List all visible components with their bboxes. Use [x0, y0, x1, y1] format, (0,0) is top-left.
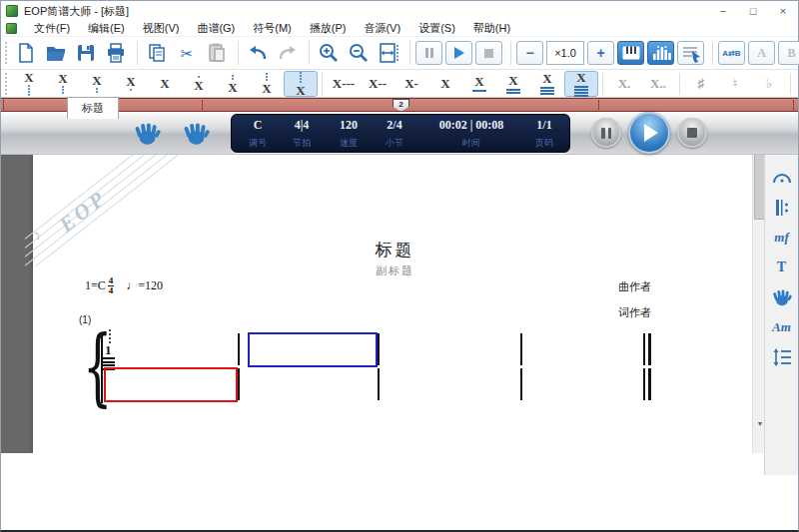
whole-note-button[interactable]: X--- — [327, 71, 361, 97]
progress-divider — [3, 100, 4, 110]
tempo-field: 120速度 — [326, 118, 372, 150]
selection-box-red[interactable] — [104, 367, 238, 402]
dynamics-button[interactable]: mf — [768, 224, 796, 251]
octave-up-4-button[interactable]: X — [284, 71, 318, 97]
octave-down-4-button[interactable]: X — [12, 71, 46, 97]
ab-switch-button[interactable]: A⇄B — [718, 41, 745, 65]
hand-tool-button[interactable] — [768, 283, 796, 310]
speed-plus-button[interactable]: + — [587, 41, 614, 65]
undo-button[interactable] — [244, 39, 272, 67]
thirty-second-note-button[interactable]: X — [530, 71, 564, 97]
copy-button[interactable] — [143, 39, 171, 67]
final-barline — [643, 368, 645, 400]
maximize-icon[interactable]: □ — [738, 1, 768, 21]
progress-marker[interactable]: 2 — [393, 99, 409, 112]
stop-button[interactable] — [475, 41, 502, 65]
note-middle-button[interactable]: X — [148, 71, 182, 97]
menu-score[interactable]: 曲谱(G) — [188, 21, 244, 36]
sixty-fourth-note-button[interactable]: X — [564, 71, 598, 97]
menu-play[interactable]: 播放(P) — [301, 21, 356, 36]
speed-minus-button[interactable]: − — [516, 41, 543, 65]
right-hand-button[interactable] — [183, 120, 210, 147]
note[interactable]: 1 — [105, 342, 112, 358]
print-button[interactable] — [102, 39, 130, 67]
open-button[interactable] — [42, 39, 70, 67]
flat-button[interactable]: ♭ — [752, 71, 786, 97]
octave-up-3-button[interactable]: X — [250, 71, 284, 97]
toolbar-separator — [309, 41, 310, 65]
dotted-half-note-button[interactable]: X-- — [361, 71, 395, 97]
sharp-button[interactable]: ♯ — [684, 71, 718, 97]
paste-button[interactable] — [203, 39, 231, 67]
fermata-button[interactable] — [768, 164, 796, 191]
track-b-button[interactable]: B — [778, 41, 799, 65]
menu-sound[interactable]: 音源(V) — [355, 21, 409, 36]
menu-edit[interactable]: 编辑(E) — [79, 21, 134, 36]
selection-box-blue[interactable] — [248, 332, 378, 367]
player-play-button[interactable] — [628, 112, 670, 154]
octave-up-1-button[interactable]: X — [182, 71, 216, 97]
chord-button[interactable]: Am — [768, 313, 796, 340]
octave-down-1-button[interactable]: X — [114, 71, 148, 97]
score-title[interactable]: 标题 — [33, 239, 752, 262]
toolbar-separator — [602, 73, 603, 95]
repeat-barline-button[interactable] — [768, 194, 796, 221]
line-spacing-button[interactable] — [768, 343, 796, 370]
save-button[interactable] — [72, 39, 100, 67]
text-tool-button[interactable]: T — [768, 254, 796, 280]
play-button[interactable] — [445, 41, 472, 65]
speed-input[interactable]: ×1.0 — [546, 41, 584, 65]
zoom-in-button[interactable] — [315, 39, 343, 67]
composer-label[interactable]: 曲作者 — [618, 279, 651, 294]
half-note-button[interactable]: X- — [395, 71, 428, 97]
main-toolbar: ✂ − ×1.0 + A⇄B A B — [1, 37, 798, 70]
time-signature: 4 4 — [108, 276, 115, 295]
dotted-note-button[interactable]: X. — [607, 71, 641, 97]
octave-up-2-button[interactable]: X — [216, 71, 250, 97]
octave-down-3-button[interactable]: X — [46, 71, 80, 97]
keyboard-panel-button[interactable] — [617, 41, 644, 65]
fit-width-button[interactable] — [375, 39, 402, 67]
left-hand-button[interactable] — [134, 120, 161, 147]
eighth-note-button[interactable]: X — [462, 71, 496, 97]
sixteenth-note-button[interactable]: X — [496, 71, 530, 97]
menu-symbol[interactable]: 符号(M) — [244, 21, 301, 36]
menu-file[interactable]: 文件(F) — [25, 21, 79, 36]
key-signature-line[interactable]: 1=C 4 4 ♩ =120 — [85, 276, 163, 295]
redo-button[interactable] — [274, 39, 302, 67]
player-stop-button[interactable] — [677, 118, 707, 148]
menu-bar: 文件(F)编辑(E)视图(V)曲谱(G)符号(M)播放(P)音源(V)设置(S)… — [1, 21, 798, 37]
natural-button[interactable]: ♮ — [718, 71, 752, 97]
note-toolbar: XXXXXXXXXX---X--X-XXXXXX.X..♯♮♭× — [1, 70, 798, 98]
spectrum-panel-button[interactable] — [647, 41, 674, 65]
minimize-icon[interactable]: − — [708, 1, 738, 21]
final-barline — [648, 333, 651, 365]
key-field: C调号 — [238, 118, 278, 150]
toolbar-separator — [322, 73, 323, 95]
track-a-button[interactable]: A — [748, 41, 775, 65]
cut-button[interactable]: ✂ — [173, 39, 201, 67]
pause-button[interactable] — [415, 41, 442, 65]
zoom-out-button[interactable] — [345, 39, 373, 67]
final-barline — [648, 368, 651, 400]
player-pause-button[interactable] — [591, 118, 621, 148]
tab-title[interactable]: 标题 — [67, 97, 119, 119]
menu-view[interactable]: 视图(V) — [134, 21, 189, 36]
progress-bar[interactable]: 2 — [1, 98, 798, 112]
score-canvas[interactable]: ♪ EOP 标题 副标题 1=C 4 4 ♩ =120 — [1, 120, 752, 453]
score-follow-button[interactable] — [677, 41, 704, 65]
toolbar-separator — [510, 41, 511, 65]
quarter-note-button[interactable]: X — [428, 71, 462, 97]
double-dotted-note-button[interactable]: X.. — [641, 71, 675, 97]
menu-help[interactable]: 帮助(H) — [464, 21, 519, 36]
tie-split-button[interactable]: × — [795, 71, 799, 97]
pause-icon — [601, 128, 611, 139]
toolbar-separator — [790, 73, 791, 95]
barline — [378, 333, 380, 365]
octave-down-2-button[interactable]: X — [80, 71, 114, 97]
close-icon[interactable]: × — [768, 1, 798, 21]
menu-settings[interactable]: 设置(S) — [409, 21, 464, 36]
new-button[interactable] — [12, 39, 40, 67]
toolbar-separator — [137, 41, 138, 65]
lyricist-label[interactable]: 词作者 — [618, 305, 651, 320]
